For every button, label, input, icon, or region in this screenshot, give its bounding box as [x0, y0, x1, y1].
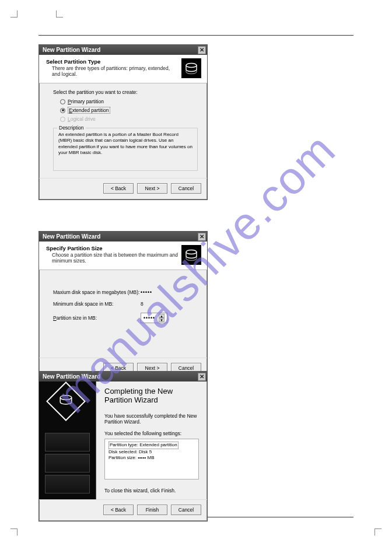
completion-title: Completing the New Partition Wizard	[104, 387, 199, 405]
description-text: An extended partition is a portion of a …	[58, 132, 192, 156]
header-title: Select Partition Type	[46, 58, 178, 65]
disk-icon	[46, 382, 86, 421]
settings-intro: You selected the following settings:	[104, 430, 199, 436]
svg-point-1	[186, 250, 197, 254]
button-label: < Back	[111, 507, 126, 513]
server-icon	[45, 475, 90, 494]
page-rule-top	[38, 35, 354, 36]
cancel-button[interactable]: Cancel	[171, 505, 201, 515]
radio-primary[interactable]: Primary partition	[60, 97, 198, 106]
header-subtitle: Choose a partition size that is between …	[52, 252, 178, 264]
prompt-text: Select the partition you want to create:	[53, 89, 198, 95]
button-label: Cancel	[178, 507, 194, 513]
close-button[interactable]: ✕	[198, 373, 206, 381]
disk-icon	[181, 245, 201, 265]
summary-line: Disk selected: Disk 5	[108, 449, 195, 456]
finish-button[interactable]: Finish	[137, 505, 167, 515]
field-label: Partition size in MB:	[53, 315, 141, 321]
header-subtitle: There are three types of partitions: pri…	[52, 65, 178, 77]
dialog-title: New Partition Wizard	[43, 233, 100, 240]
max-space-row: Maxium disk space in megabytes (MB): •••…	[53, 286, 198, 298]
settings-summary: Partition type: Extended partition Disk …	[104, 439, 199, 480]
partition-size-row: Partition size in MB: ••••• ▲ ▼	[53, 310, 198, 326]
button-label: Cancel	[178, 186, 194, 191]
svg-point-2	[60, 396, 72, 400]
input-value: •••••	[144, 315, 155, 321]
close-icon: ✕	[200, 234, 204, 240]
crop-mark	[10, 528, 18, 536]
dialog-select-partition-type: New Partition Wizard ✕ Select Partition …	[38, 44, 208, 200]
field-value: •••••	[141, 289, 152, 295]
dialog-partition-size: New Partition Wizard ✕ Specify Partition…	[38, 231, 208, 380]
titlebar[interactable]: New Partition Wizard ✕	[39, 232, 207, 242]
close-button[interactable]: ✕	[198, 46, 206, 54]
spin-down-icon[interactable]: ▼	[159, 318, 164, 322]
close-icon: ✕	[200, 47, 204, 53]
cancel-button[interactable]: Cancel	[171, 183, 201, 194]
wizard-side-graphic	[39, 382, 96, 499]
close-button[interactable]: ✕	[198, 233, 206, 241]
radio-label: Extended partition	[68, 107, 110, 114]
button-label: Cancel	[178, 365, 194, 371]
back-button[interactable]: < Back	[103, 183, 134, 194]
titlebar[interactable]: New Partition Wizard ✕	[39, 45, 207, 55]
success-text: You have successfully completed the New …	[104, 413, 199, 425]
crop-mark	[56, 10, 63, 18]
field-label: Minimum disk space in MB:	[53, 301, 141, 307]
radio-label: Primary partition	[68, 99, 104, 104]
server-icon	[45, 454, 90, 473]
radio-extended[interactable]: Extended partition	[60, 106, 198, 115]
crop-mark	[10, 10, 18, 18]
button-label: Next >	[145, 186, 160, 191]
field-value: 8	[141, 301, 144, 307]
radio-logical: Logical drive	[60, 115, 198, 123]
spin-up-icon[interactable]: ▲	[159, 314, 164, 318]
close-icon: ✕	[200, 374, 204, 380]
button-label: Next >	[145, 365, 160, 371]
dialog-header: Specify Partition Size Choose a partitio…	[39, 242, 207, 270]
radio-label: Logical drive	[68, 116, 96, 122]
dialog-title: New Partition Wizard	[43, 373, 100, 380]
button-label: < Back	[111, 186, 126, 191]
button-label: < Back	[111, 365, 126, 371]
server-icon	[45, 433, 90, 452]
svg-point-0	[186, 64, 197, 68]
group-label: Description	[57, 125, 86, 131]
radio-icon	[60, 117, 65, 122]
summary-line: Partition type: Extended partition	[108, 442, 178, 449]
back-button[interactable]: < Back	[103, 505, 134, 515]
partition-size-input[interactable]: ••••• ▲ ▼	[141, 313, 167, 323]
close-hint: To close this wizard, click Finish.	[104, 488, 199, 494]
disk-icon	[181, 58, 201, 78]
radio-icon	[60, 108, 65, 113]
crop-mark	[374, 528, 382, 536]
summary-line: Partition size: ••••• MB	[108, 455, 195, 461]
radio-icon	[60, 99, 65, 104]
dialog-title: New Partition Wizard	[43, 47, 100, 53]
dialog-header: Select Partition Type There are three ty…	[39, 55, 207, 83]
button-label: Finish	[146, 507, 159, 513]
description-group: Description An extended partition is a p…	[53, 128, 198, 171]
field-label: Maxium disk space in megabytes (MB):	[53, 289, 141, 295]
header-title: Specify Partition Size	[46, 245, 178, 251]
dialog-completion: New Partition Wizard ✕ Completing the Ne…	[38, 371, 208, 522]
min-space-row: Minimum disk space in MB: 8	[53, 298, 198, 310]
next-button[interactable]: Next >	[137, 183, 167, 194]
titlebar[interactable]: New Partition Wizard ✕	[39, 372, 207, 382]
